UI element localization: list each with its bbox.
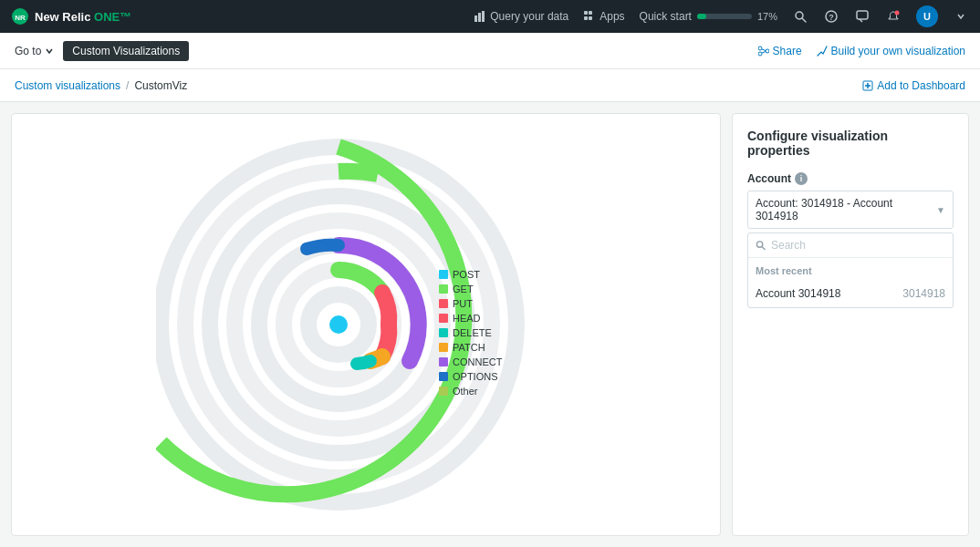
help-icon[interactable]: ? (823, 8, 839, 25)
search-input-row (748, 233, 953, 258)
svg-point-16 (766, 49, 769, 53)
svg-rect-46 (439, 372, 448, 381)
add-dashboard-icon (862, 80, 873, 91)
second-nav-right: Share Build your own visualization (758, 45, 965, 57)
account-name: Account 3014918 (756, 287, 840, 300)
breadcrumb-left: Custom visualizations / CustomViz (15, 79, 187, 92)
svg-text:POST: POST (453, 269, 480, 280)
quick-start-nav[interactable]: Quick start 17% (640, 10, 777, 23)
second-nav: Go to Custom Visualizations Share Build … (0, 33, 980, 69)
breadcrumb-current: CustomViz (134, 79, 187, 92)
svg-rect-7 (584, 16, 588, 20)
dropdown-arrow-icon: ▼ (936, 205, 945, 215)
svg-rect-38 (439, 314, 448, 323)
chart-icon (474, 10, 486, 23)
progress-bar-background (697, 14, 752, 19)
svg-rect-2 (474, 15, 477, 22)
svg-rect-8 (589, 16, 592, 20)
apps-icon (583, 10, 596, 23)
svg-rect-32 (439, 270, 448, 279)
svg-rect-42 (439, 343, 448, 352)
share-button[interactable]: Share (758, 45, 802, 57)
query-data-nav[interactable]: Query your data (474, 10, 568, 23)
svg-rect-6 (589, 11, 592, 15)
svg-rect-3 (478, 13, 481, 22)
svg-line-51 (762, 246, 765, 249)
add-to-dashboard-button[interactable]: Add to Dashboard (862, 79, 965, 92)
breadcrumb: Custom visualizations / CustomViz Add to… (0, 69, 980, 102)
svg-text:DELETE: DELETE (453, 327, 492, 338)
nav-right: Query your data Apps Quick start 17% ? U (474, 5, 969, 27)
svg-rect-13 (857, 11, 868, 19)
search-input-icon (756, 240, 766, 251)
build-icon (817, 46, 828, 57)
account-id: 3014918 (902, 287, 945, 300)
svg-text:PUT: PUT (453, 298, 473, 309)
svg-rect-44 (439, 357, 448, 366)
config-panel-title: Configure visualization properties (747, 129, 954, 158)
build-visualization-button[interactable]: Build your own visualization (817, 45, 965, 57)
svg-text:NR: NR (15, 14, 26, 22)
goto-chevron-icon (45, 46, 54, 56)
account-dropdown[interactable]: Account: 3014918 - Account 3014918 ▼ (747, 191, 954, 229)
svg-rect-36 (439, 299, 448, 308)
account-search-input[interactable] (771, 239, 945, 252)
svg-line-10 (802, 18, 806, 22)
svg-rect-5 (584, 11, 588, 15)
config-panel: Configure visualization properties Accou… (732, 113, 969, 536)
search-icon[interactable] (792, 8, 808, 25)
user-avatar[interactable]: U (916, 5, 938, 27)
logo-area: NR New Relic ONE™ (11, 7, 131, 26)
svg-text:HEAD: HEAD (453, 313, 481, 324)
main-content: POST GET PUT HEAD DELETE PATCH CONNECT O… (0, 102, 980, 547)
svg-rect-34 (439, 284, 448, 294)
logo-text: New Relic ONE™ (35, 10, 131, 24)
notifications-icon[interactable] (885, 8, 902, 25)
progress-bar-fill (697, 14, 706, 19)
feedback-icon[interactable] (854, 8, 871, 25)
apps-nav[interactable]: Apps (583, 10, 624, 23)
svg-point-17 (758, 46, 762, 50)
svg-point-15 (895, 11, 900, 15)
account-label: Account i (747, 172, 954, 185)
breadcrumb-custom-viz-link[interactable]: Custom visualizations (15, 79, 120, 92)
svg-point-18 (758, 52, 762, 56)
search-dropdown: Most recent Account 3014918 3014918 (747, 232, 954, 308)
svg-rect-4 (482, 11, 485, 22)
svg-point-31 (329, 315, 348, 334)
spiral-chart: POST GET PUT HEAD DELETE PATCH CONNECT O… (156, 129, 576, 521)
top-nav: NR New Relic ONE™ Query your data Apps Q… (0, 0, 980, 33)
svg-text:PATCH: PATCH (453, 342, 485, 353)
breadcrumb-separator: / (126, 79, 129, 92)
share-icon (758, 46, 769, 57)
most-recent-label: Most recent (748, 258, 953, 280)
chart-wrapper: POST GET PUT HEAD DELETE PATCH CONNECT O… (138, 119, 594, 530)
chevron-down-icon[interactable] (953, 8, 969, 25)
svg-text:OPTIONS: OPTIONS (453, 371, 498, 382)
svg-text:Other: Other (453, 386, 478, 397)
svg-text:GET: GET (453, 284, 474, 294)
svg-rect-40 (439, 328, 448, 337)
account-info-icon[interactable]: i (795, 172, 808, 185)
new-relic-logo-icon: NR (11, 7, 29, 26)
svg-line-20 (762, 51, 766, 53)
goto-button[interactable]: Go to (15, 45, 54, 57)
svg-text:CONNECT: CONNECT (453, 356, 503, 367)
custom-viz-button[interactable]: Custom Visualizations (63, 41, 189, 61)
visualization-area: POST GET PUT HEAD DELETE PATCH CONNECT O… (11, 113, 721, 536)
svg-rect-48 (439, 387, 448, 396)
svg-line-19 (762, 49, 766, 51)
svg-text:?: ? (829, 13, 834, 22)
account-list-item[interactable]: Account 3014918 3014918 (748, 280, 953, 307)
